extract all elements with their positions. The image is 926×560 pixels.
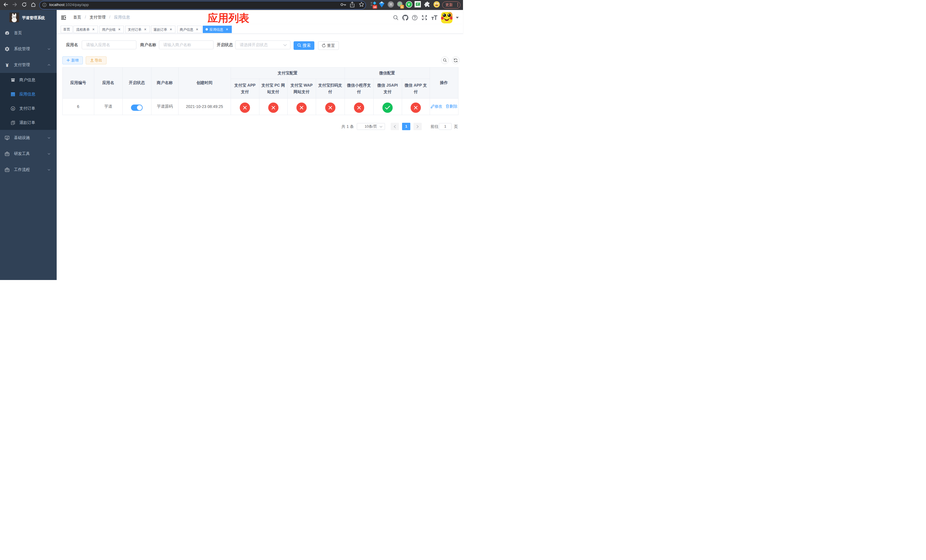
svg-text:1: 1: [401, 5, 403, 8]
svg-text:⌘: ⌘: [389, 2, 393, 6]
svg-text:10: 10: [373, 5, 377, 9]
svg-text:¥: ¥: [12, 107, 14, 110]
svg-text:¥: ¥: [6, 63, 9, 67]
